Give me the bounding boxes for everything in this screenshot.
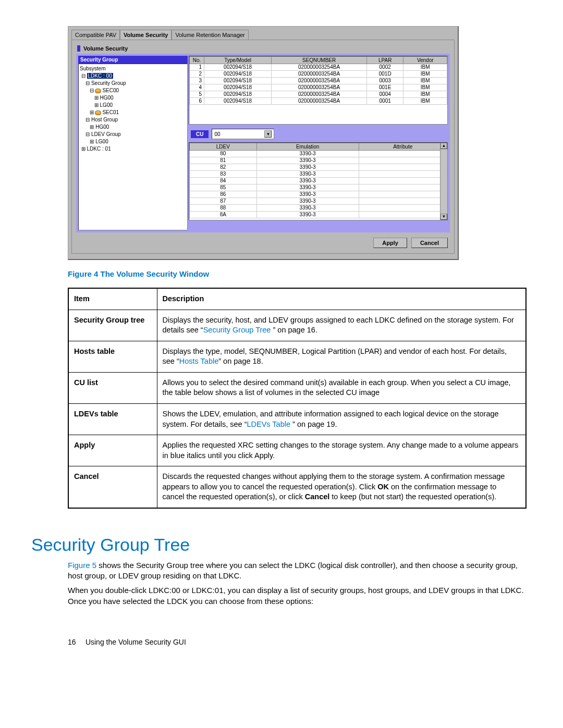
tab-volume-retention-manager[interactable]: Volume Retention Manager (172, 30, 248, 40)
panel-title-text: Volume Security (83, 45, 128, 52)
paragraph: When you double-click LDKC:00 or LDKC:01… (68, 585, 527, 607)
scroll-up-icon[interactable]: ▲ (440, 143, 447, 149)
tab-bar: Compatible PAV Volume Security Volume Re… (71, 30, 455, 40)
tab-compatible-pav[interactable]: Compatible PAV (71, 30, 120, 40)
table-row[interactable]: 843390-3 (190, 178, 447, 184)
scroll-down-icon[interactable]: ▼ (440, 214, 447, 220)
apply-button[interactable]: Apply (373, 238, 407, 248)
security-group-tree[interactable]: Subsystem ⊟ LDKC : 00 ⊟ Security Group ⊟… (78, 64, 188, 230)
description-table: Item Description Security Group tree Dis… (68, 288, 527, 509)
tree-node-ldkc01[interactable]: ⊞ LDKC : 01 (80, 145, 186, 153)
tab-volume-security[interactable]: Volume Security (120, 30, 172, 40)
table-row[interactable]: 833390-3 (190, 171, 447, 178)
tree-node-sec00[interactable]: ⊟SEC00 (80, 87, 186, 94)
link-figure-5[interactable]: Figure 5 (68, 561, 96, 570)
ldev-col: Attribute (359, 143, 447, 151)
link-security-group-tree[interactable]: Security Group Tree (203, 326, 273, 334)
table-row[interactable]: 803390-3 (190, 151, 447, 157)
cancel-button[interactable]: Cancel (411, 238, 448, 248)
table-row[interactable]: 3002094/S18020000003254BA0003IBM (190, 78, 447, 84)
tree-header: Security Group (78, 56, 188, 64)
table-row: CU list Allows you to select the desired… (68, 372, 526, 403)
table-row: Hosts table Displays the type, model, SE… (68, 341, 526, 372)
tree-node-host-group[interactable]: ⊟ Host Group (80, 116, 186, 124)
table-row: Cancel Discards the requested changes wi… (68, 466, 526, 508)
cu-select[interactable]: 00 ▼ (212, 129, 274, 139)
col-description: Description (157, 288, 526, 310)
table-row[interactable]: 883390-3 (190, 205, 447, 212)
ldev-col: LDEV (190, 143, 257, 151)
table-row[interactable]: 813390-3 (190, 157, 447, 164)
tree-node-subsystem[interactable]: Subsystem (80, 65, 186, 72)
table-row[interactable]: 1002094/S18020000003254BA0002IBM (190, 64, 447, 71)
tree-node-lg00b[interactable]: ⊞ LG00 (80, 138, 186, 145)
table-row[interactable]: 853390-3 (190, 184, 447, 191)
table-row[interactable]: 6002094/S18020000003254BA0001IBM (190, 98, 447, 105)
table-row: LDEVs table Shows the LDEV, emulation, a… (68, 403, 526, 435)
table-row[interactable]: 2002094/S18020000003254BA001DIBM (190, 71, 447, 78)
hosts-col: No. (190, 57, 204, 64)
tree-node-security-group[interactable]: ⊟ Security Group (80, 80, 186, 87)
table-row[interactable]: 823390-3 (190, 164, 447, 171)
ldev-col: Emulation (256, 143, 359, 151)
section-heading: Security Group Tree (31, 535, 532, 555)
tree-node-sec01[interactable]: ⊞SEC01 (80, 109, 186, 116)
link-hosts-table[interactable]: Hosts Table (179, 357, 219, 365)
volume-security-screenshot: Compatible PAV Volume Security Volume Re… (68, 26, 459, 260)
hosts-table[interactable]: No.Type/ModelSEQNUMBERLPARVendor 1002094… (189, 56, 448, 125)
hosts-col: SEQNUMBER (272, 57, 367, 64)
scrollbar[interactable]: ▲ ▼ (440, 143, 447, 220)
footer-title: Using the Volume Security GUI (85, 638, 186, 646)
tree-node-lg00[interactable]: ⊞ LG00 (80, 102, 186, 109)
paragraph: Figure 5 shows the Security Group tree w… (68, 560, 527, 582)
table-row[interactable]: 863390-3 (190, 191, 447, 198)
hosts-col: Vendor (403, 57, 447, 64)
table-row[interactable]: 4002094/S18020000003254BA001EIBM (190, 84, 447, 91)
panel-title-bar-icon (77, 45, 80, 52)
tree-node-hg00[interactable]: ⊞ HG00 (80, 94, 186, 102)
panel-title: Volume Security (76, 43, 450, 54)
table-row: Security Group tree Displays the securit… (68, 310, 526, 341)
table-row[interactable]: 873390-3 (190, 198, 447, 205)
ldevs-table[interactable]: LDEVEmulationAttribute 803390-3813390-38… (189, 142, 448, 220)
figure-caption: Figure 4 The Volume Security Window (68, 269, 532, 278)
tree-node-ldkc00[interactable]: ⊟ LDKC : 00 (80, 72, 186, 80)
table-row: Apply Applies the requested XRC setting … (68, 435, 526, 466)
tree-node-hg00b[interactable]: ⊞ HG00 (80, 124, 186, 131)
security-icon (95, 89, 101, 93)
table-row[interactable]: 5002094/S18020000003254BA0004IBM (190, 91, 447, 98)
hosts-col: Type/Model (204, 57, 272, 64)
page-number: 16 (68, 638, 83, 646)
security-icon (95, 110, 101, 115)
link-ldevs-table[interactable]: LDEVs Table (247, 420, 292, 428)
page-footer: 16 Using the Volume Security GUI (68, 638, 532, 646)
cu-label: CU (191, 130, 209, 138)
table-row[interactable]: 8A3390-3 (190, 212, 447, 218)
cu-value: 00 (214, 131, 220, 137)
tree-node-ldev-group[interactable]: ⊟ LDEV Group (80, 131, 186, 138)
chevron-down-icon[interactable]: ▼ (264, 130, 272, 138)
col-item: Item (68, 288, 157, 310)
hosts-col: LPAR (366, 57, 403, 64)
